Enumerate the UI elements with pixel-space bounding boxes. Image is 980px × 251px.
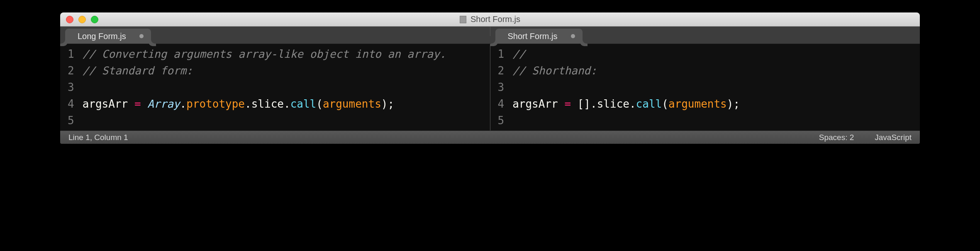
token: . [180, 98, 186, 110]
line-number: 4 [68, 96, 74, 112]
line-number: 1 [498, 46, 505, 62]
tab-label: Short Form.js [508, 32, 558, 41]
token: call [636, 98, 662, 110]
tabstrip-right[interactable]: Short Form.js [490, 27, 920, 44]
window-controls [66, 16, 98, 23]
code-line[interactable]: // Standard form: [83, 62, 446, 79]
close-icon[interactable] [66, 16, 73, 23]
token: . [245, 98, 251, 110]
code-line[interactable] [83, 112, 446, 129]
tabstrip-left[interactable]: Long Form.js [60, 27, 490, 44]
minimize-icon[interactable] [78, 16, 86, 23]
token: . [284, 98, 290, 110]
document-icon [460, 16, 466, 23]
code-line[interactable] [83, 79, 446, 96]
editor-pane-left[interactable]: 12345 // Converting arguments array-like… [60, 44, 490, 130]
line-gutter: 12345 [60, 44, 78, 130]
line-number: 4 [498, 96, 505, 112]
token: slice [251, 98, 284, 110]
token: = [564, 98, 571, 110]
token: ( [662, 98, 668, 110]
status-bar: Line 1, Column 1 Spaces: 2 JavaScript [60, 130, 920, 144]
code-line[interactable] [512, 112, 740, 129]
code-area[interactable]: // // Shorthand: argsArr = [].slice.call… [508, 44, 744, 130]
code-line[interactable]: argsArr = [].slice.call(arguments); [512, 96, 740, 112]
tab-label: Long Form.js [78, 32, 126, 41]
line-number: 3 [68, 79, 74, 96]
dirty-indicator-icon [139, 34, 144, 38]
line-number: 2 [498, 62, 505, 79]
line-number: 5 [498, 112, 505, 129]
token: // Shorthand: [512, 64, 597, 77]
code-line[interactable]: // [512, 46, 740, 62]
zoom-icon[interactable] [91, 16, 98, 23]
line-number: 1 [68, 46, 74, 62]
line-number: 3 [498, 79, 505, 96]
line-number: 5 [68, 112, 74, 129]
code-area[interactable]: // Converting arguments array-like objec… [78, 44, 451, 130]
token: // Standard form: [83, 64, 193, 77]
code-line[interactable]: // Shorthand: [512, 62, 740, 79]
indent-setting[interactable]: Spaces: 2 [819, 133, 854, 142]
token: = [134, 98, 141, 110]
window-title: Short Form.js [470, 15, 520, 24]
token: // Converting arguments array-like objec… [83, 48, 446, 60]
token: prototype [186, 98, 245, 110]
tabstrip: Long Form.js Short Form.js [60, 27, 920, 44]
code-line[interactable]: // Converting arguments array-like objec… [83, 46, 446, 62]
token [571, 98, 578, 110]
token [141, 98, 148, 110]
language-mode[interactable]: JavaScript [875, 133, 912, 142]
token: call [290, 98, 317, 110]
token: arguments [323, 98, 381, 110]
token: ( [316, 98, 323, 110]
editor-split: 12345 // Converting arguments array-like… [60, 44, 920, 130]
token: . [629, 98, 636, 110]
cursor-position[interactable]: Line 1, Column 1 [68, 133, 128, 142]
editor-window: Short Form.js Long Form.js Short Form.js… [60, 12, 920, 144]
code-line[interactable]: argsArr = Array.prototype.slice.call(arg… [83, 96, 446, 112]
code-line[interactable] [512, 79, 740, 96]
token: Array [147, 98, 180, 110]
token: argsArr [512, 98, 564, 110]
token: argsArr [83, 98, 134, 110]
window-title-group: Short Form.js [60, 15, 920, 24]
dirty-indicator-icon [571, 34, 575, 38]
token: []. [578, 98, 597, 110]
token: arguments [668, 98, 727, 110]
titlebar[interactable]: Short Form.js [60, 12, 920, 27]
tab-long-form[interactable]: Long Form.js [65, 29, 151, 44]
token: // [512, 48, 532, 60]
editor-pane-right[interactable]: 12345 // // Shorthand: argsArr = [].slic… [490, 44, 920, 130]
tab-short-form[interactable]: Short Form.js [495, 29, 583, 44]
token: ); [727, 98, 740, 110]
token: ); [381, 98, 394, 110]
line-number: 2 [68, 62, 74, 79]
line-gutter: 12345 [490, 44, 509, 130]
token: slice [597, 98, 629, 110]
